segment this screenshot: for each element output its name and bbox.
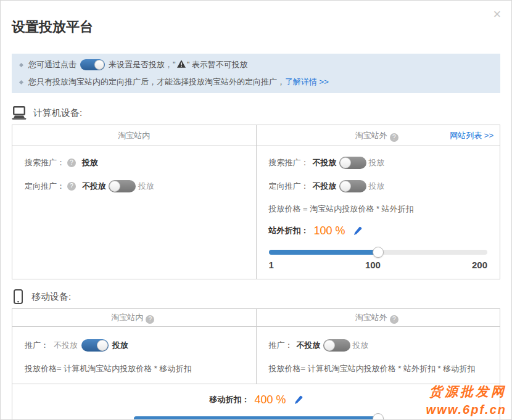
notice-1-pre: 您可通过点击 <box>28 59 76 70</box>
computer-offsite-header: 淘宝站外? 网站列表 >> <box>257 125 500 146</box>
offsite-discount-row: 站外折扣： 100 % <box>269 223 488 239</box>
toggle-knob <box>94 60 104 70</box>
computer-section-header: 计算机设备: <box>12 105 500 121</box>
computer-onsite-target-row: 定向推广：? 不投放 投放 <box>25 175 244 198</box>
toggle-knob <box>324 340 335 351</box>
promo-on-label: 投放 <box>112 340 128 351</box>
example-toggle[interactable] <box>80 59 105 70</box>
mobile-onsite-price-formula: 投放价格= 计算机淘宝站内投放价格 * 移动折扣 <box>25 363 244 375</box>
computer-offsite-header-label: 淘宝站外 <box>355 131 387 140</box>
toggle-knob <box>109 181 120 192</box>
mobile-offsite-price-formula: 投放价格= 计算机淘宝站内投放价格 * 站外折扣 * 移动折扣 <box>269 363 488 375</box>
offsite-discount-slider[interactable] <box>269 250 488 255</box>
computer-icon <box>12 106 27 120</box>
learn-more-link[interactable]: 了解详情 >> <box>285 76 329 88</box>
computer-onsite-header-label: 淘宝站内 <box>118 131 150 140</box>
mobile-discount-slider[interactable] <box>134 416 378 420</box>
target-promo-label: 定向推广： <box>25 181 65 192</box>
computer-onsite-search-row: 搜索推广：? 投放 <box>25 151 244 175</box>
slider-thumb[interactable] <box>373 247 384 258</box>
promo-off-label: 不投放 <box>297 340 321 351</box>
mobile-discount-label: 移动折扣： <box>209 394 249 405</box>
toggle-knob <box>340 157 351 168</box>
computer-offsite-target-toggle[interactable] <box>339 180 366 192</box>
warning-icon <box>177 60 186 70</box>
mobile-discount-row: 移动折扣： 400 % 1 200 <box>12 384 500 420</box>
computer-table-header: 淘宝站内 淘宝站外? 网站列表 >> <box>12 125 500 146</box>
mobile-onsite-cell: 推广： 不投放 投放 投放价格= 计算机淘宝站内投放价格 * 移动折扣 <box>12 327 257 384</box>
computer-section-label: 计算机设备: <box>33 107 82 119</box>
page-title: 设置投放平台 <box>12 1 500 35</box>
computer-offsite-cell: 搜索推广： 不投放 投放 定向推广： 不投放 投放 投放价格 = 淘宝站内投放价… <box>257 146 500 279</box>
toggle-knob <box>97 340 108 351</box>
notice-1-mid: 来设置是否投放，" <box>109 59 176 70</box>
edit-pencil-icon[interactable] <box>294 395 303 405</box>
help-icon[interactable]: ? <box>67 159 76 167</box>
help-icon[interactable]: ? <box>67 182 76 191</box>
computer-onsite-cell: 搜索推广：? 投放 定向推广：? 不投放 投放 <box>12 146 257 279</box>
help-icon[interactable]: ? <box>390 133 398 142</box>
notice-box: 您可通过点击 来设置是否投放，" " 表示暂不可投放 您只有投放淘宝站内的定向推… <box>12 54 500 93</box>
target-off-label: 不投放 <box>82 181 106 192</box>
computer-offsite-search-toggle[interactable] <box>339 157 366 169</box>
computer-table: 淘宝站内 淘宝站外? 网站列表 >> 搜索推广：? 投放 定向推广：? 不投放 <box>12 125 500 279</box>
mobile-table: 淘宝站内? 淘宝站外? 推广： 不投放 投放 投放价格= 计算机淘宝站内投放价格… <box>12 308 500 420</box>
bullet-icon <box>19 62 23 67</box>
tick-max: 200 <box>472 260 487 270</box>
notice-1-end: " 表示暂不可投放 <box>187 59 248 70</box>
mobile-offsite-promo-row: 推广： 不投放 投放 <box>269 334 488 356</box>
mobile-section-header: 移动设备: <box>12 289 500 305</box>
mobile-onsite-header: 淘宝站内? <box>12 309 257 326</box>
promo-label: 推广： <box>269 340 293 351</box>
set-platform-dialog: ✕ 设置投放平台 您可通过点击 来设置是否投放，" " 表示暂不可投放 您只有投… <box>0 0 512 420</box>
mobile-offsite-promo-toggle[interactable] <box>323 339 350 352</box>
offsite-discount-value: 100 % <box>314 224 345 237</box>
offsite-discount-slider-wrap: 1 100 200 <box>269 250 488 270</box>
help-icon[interactable]: ? <box>390 315 398 324</box>
search-off-label: 不投放 <box>313 157 337 168</box>
mobile-table-header: 淘宝站内? 淘宝站外? <box>12 309 500 327</box>
edit-pencil-icon[interactable] <box>353 226 362 236</box>
promo-on-label: 投放 <box>353 340 369 351</box>
computer-onsite-target-toggle[interactable] <box>109 180 136 192</box>
target-off-label: 不投放 <box>313 181 337 192</box>
notice-row-2: 您只有投放淘宝站内的定向推广后，才能选择投放淘宝站外的定向推广， 了解详情 >> <box>20 73 492 91</box>
promo-label: 推广： <box>25 340 49 351</box>
offsite-discount-label: 站外折扣： <box>269 225 309 236</box>
help-icon[interactable]: ? <box>146 315 154 324</box>
computer-offsite-search-row: 搜索推广： 不投放 投放 <box>269 151 488 175</box>
slider-thumb[interactable] <box>373 413 384 420</box>
mobile-section-label: 移动设备: <box>31 291 71 303</box>
mobile-onsite-promo-row: 推广： 不投放 投放 <box>25 334 244 356</box>
computer-onsite-header: 淘宝站内 <box>12 125 257 146</box>
close-icon[interactable]: ✕ <box>493 9 502 20</box>
notice-row-1: 您可通过点击 来设置是否投放，" " 表示暂不可投放 <box>20 56 492 73</box>
target-promo-label: 定向推广： <box>269 181 309 192</box>
mobile-offsite-header-label: 淘宝站外 <box>355 313 387 322</box>
mobile-offsite-cell: 推广： 不投放 投放 投放价格= 计算机淘宝站内投放价格 * 站外折扣 * 移动… <box>257 327 500 384</box>
target-on-label: 投放 <box>138 181 154 192</box>
slider-fill <box>134 416 378 420</box>
search-promo-label: 搜索推广： <box>25 157 65 168</box>
bullet-icon <box>19 80 23 84</box>
notice-2-text: 您只有投放淘宝站内的定向推广后，才能选择投放淘宝站外的定向推广， <box>28 76 285 88</box>
offsite-price-formula: 投放价格 = 淘宝站内投放价格 * 站外折扣 <box>269 203 488 215</box>
search-on-label: 投放 <box>369 157 385 168</box>
mobile-slider-block: 1 200 400 <box>134 416 378 420</box>
site-list-link[interactable]: 网站列表 >> <box>450 125 493 146</box>
promo-off-label: 不投放 <box>54 340 78 351</box>
target-on-label: 投放 <box>369 181 385 192</box>
mobile-offsite-header: 淘宝站外? <box>257 309 500 326</box>
mobile-onsite-header-label: 淘宝站内 <box>111 313 143 322</box>
slider-fill <box>269 250 378 255</box>
offsite-slider-ticks: 1 100 200 <box>269 260 488 270</box>
tick-min: 1 <box>269 260 274 270</box>
search-promo-label: 搜索推广： <box>269 157 309 168</box>
computer-offsite-target-row: 定向推广： 不投放 投放 <box>269 175 488 198</box>
tick-mid: 100 <box>365 260 381 270</box>
search-promo-status: 投放 <box>82 157 98 168</box>
mobile-icon <box>14 289 23 304</box>
toggle-knob <box>340 181 351 192</box>
mobile-discount-value: 400 % <box>254 393 286 406</box>
mobile-onsite-promo-toggle[interactable] <box>81 339 109 352</box>
